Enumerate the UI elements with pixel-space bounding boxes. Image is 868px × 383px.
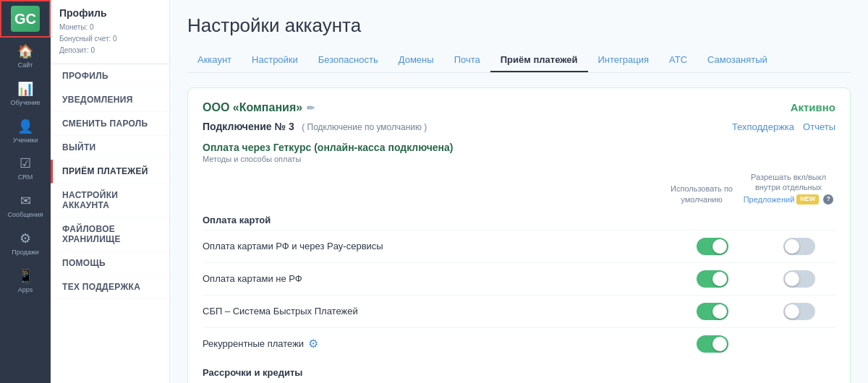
nav-help[interactable]: ПОМОЩЬ	[51, 251, 169, 275]
non-rf-allow-toggle-wrapper	[763, 270, 835, 288]
user-icon: 👤	[17, 119, 33, 134]
checkbox-icon: ☑	[20, 155, 31, 171]
rf-cards-label: Оплата картами РФ и через Pay-сервисы	[203, 241, 383, 251]
connection-sub: ( Подключение по умолчанию )	[302, 122, 427, 132]
status-badge: Активно	[791, 101, 835, 113]
payment-section-title: Оплата через Геткурс (онлайн-касса подкл…	[203, 142, 835, 153]
sidebar-item-crm[interactable]: ☑ CRM	[0, 150, 51, 187]
sbp-allow-toggle-wrapper	[763, 303, 835, 320]
col-header-default: Использовать по умолчанию	[662, 184, 741, 205]
recurring-allow-toggle-wrapper	[763, 335, 835, 353]
non-rf-allow-thumb	[785, 272, 799, 286]
page-title: Настройки аккаунта	[187, 14, 851, 37]
sidebar-label-learning: Обучение	[10, 99, 40, 107]
sidebar-label-apps: Apps	[18, 286, 33, 294]
profile-title: Профиль	[59, 7, 161, 19]
profile-bonus: Бонусный счет: 0	[59, 33, 161, 45]
sidebar-label-sales: Продажи	[12, 249, 39, 257]
tech-support-link[interactable]: Техподдержка	[732, 121, 794, 132]
nav-notifications[interactable]: УВЕДОМЛЕНИЯ	[51, 88, 169, 112]
home-icon: 🏠	[17, 43, 33, 59]
sidebar-item-sales[interactable]: ⚙ Продажи	[0, 225, 51, 262]
gear-nav-icon: ⚙	[20, 231, 31, 246]
logo-gc-badge: GC	[11, 6, 40, 32]
main-content: Настройки аккаунта Аккаунт Настройки Без…	[170, 0, 868, 383]
reports-link[interactable]: Отчеты	[803, 121, 835, 132]
non-rf-default-toggle-wrapper	[676, 270, 749, 288]
sbp-allow-thumb	[785, 304, 799, 319]
nav-account-settings[interactable]: НАСТРОЙКИ АККАУНТА	[51, 184, 169, 218]
profile-header: Профиль Монеты: 0 Бонусный счет: 0 Депоз…	[51, 0, 169, 64]
tab-account[interactable]: Аккаунт	[187, 48, 242, 72]
connection-label: Подключение № 3	[203, 121, 294, 132]
nav-logout[interactable]: ВЫЙТИ	[51, 136, 169, 160]
tab-ats[interactable]: АТС	[659, 48, 697, 72]
sbp-default-toggle-wrapper	[676, 303, 749, 320]
recurring-default-toggle[interactable]	[697, 335, 728, 353]
section-installment-label: Рассрочки и кредиты	[203, 360, 835, 382]
tab-mail[interactable]: Почта	[444, 48, 490, 72]
question-badge[interactable]: ?	[823, 194, 833, 205]
sidebar-label-site: Сайт	[18, 61, 33, 69]
sbp-default-thumb	[712, 304, 727, 319]
rf-cards-default-thumb	[712, 239, 727, 254]
rf-cards-allow-toggle[interactable]	[783, 238, 815, 255]
nav-file-storage[interactable]: ФАЙЛОВОЕ ХРАНИЛИЩЕ	[51, 218, 169, 251]
phone-icon: 📱	[17, 268, 33, 284]
sidebar-item-messages[interactable]: ✉ Сообщения	[0, 187, 51, 225]
recurring-controls	[676, 335, 835, 353]
sbp-allow-toggle[interactable]	[783, 303, 815, 320]
tab-security[interactable]: Безопасность	[308, 48, 388, 72]
payment-row-rf-cards: Оплата картами РФ и через Pay-сервисы	[203, 230, 835, 262]
company-name: ООО «Компания» ✏	[203, 101, 315, 114]
tab-payments[interactable]: Приём платежей	[490, 48, 588, 72]
non-rf-allow-toggle[interactable]	[783, 270, 815, 288]
sidebar-item-site[interactable]: 🏠 Сайт	[0, 38, 51, 75]
sidebar-item-students[interactable]: 👤 Ученики	[0, 113, 51, 150]
tabs-bar: Аккаунт Настройки Безопасность Домены По…	[187, 48, 851, 73]
non-rf-default-thumb	[712, 272, 727, 286]
sidebar-label-crm: CRM	[18, 173, 33, 181]
nav-profile[interactable]: ПРОФИЛЬ	[51, 64, 169, 88]
rf-cards-default-toggle[interactable]	[697, 238, 728, 255]
rf-cards-allow-thumb	[785, 239, 799, 254]
section-card-label: Оплата картой	[203, 207, 835, 230]
recurring-gear-icon[interactable]: ⚙	[308, 337, 318, 350]
card-header: ООО «Компания» ✏ Активно	[203, 101, 835, 114]
tab-domains[interactable]: Домены	[388, 48, 444, 72]
non-rf-controls	[676, 270, 835, 288]
payment-row-sbp: СБП – Система Быстрых Платежей	[203, 295, 835, 327]
sidebar-logo[interactable]: GC	[0, 0, 51, 38]
sidebar-item-learning[interactable]: 📊 Обучение	[0, 75, 51, 113]
nav-tech-support[interactable]: ТЕХ ПОДДЕРЖКА	[51, 275, 169, 299]
nav-change-password[interactable]: СМЕНИТЬ ПАРОЛЬ	[51, 112, 169, 136]
rf-cards-default-toggle-wrapper	[676, 238, 749, 255]
payment-row-non-rf: Оплата картами не РФ	[203, 262, 835, 295]
proposals-link[interactable]: Предложений	[744, 194, 795, 205]
rf-cards-allow-toggle-wrapper	[763, 238, 835, 255]
sbp-controls	[676, 303, 835, 320]
profile-coins: Монеты: 0	[59, 22, 161, 33]
sidebar-label-messages: Сообщения	[8, 211, 43, 219]
sidebar-label-students: Ученики	[13, 137, 38, 145]
connection-info: Подключение № 3 ( Подключение по умолчан…	[203, 120, 427, 133]
tab-selfemployed[interactable]: Самозанятый	[697, 48, 778, 72]
sidebar: GC 🏠 Сайт 📊 Обучение 👤 Ученики ☑ CRM ✉ С…	[0, 0, 51, 383]
non-rf-label: Оплата картами не РФ	[203, 273, 302, 284]
tab-settings[interactable]: Настройки	[242, 48, 308, 72]
non-rf-default-toggle[interactable]	[697, 270, 728, 288]
sbp-label: СБП – Система Быстрых Платежей	[203, 306, 358, 317]
profile-deposit: Депозит: 0	[59, 45, 161, 56]
nav-payments[interactable]: ПРИЁМ ПЛАТЕЖЕЙ	[51, 160, 169, 184]
sidebar-item-apps[interactable]: 📱 Apps	[0, 262, 51, 300]
new-badge: NEW	[796, 194, 819, 205]
recurring-allow-placeholder	[783, 335, 815, 353]
recurring-label: Рекуррентные платежи ⚙	[203, 337, 318, 350]
tab-integration[interactable]: Интеграция	[588, 48, 660, 72]
connection-links: Техподдержка Отчеты	[732, 121, 835, 132]
sbp-default-toggle[interactable]	[697, 303, 728, 320]
chart-icon: 📊	[17, 81, 33, 97]
edit-company-icon[interactable]: ✏	[307, 103, 315, 113]
col-header-allow: Разрешать вкл/выкл внутри отдельных Пред…	[741, 172, 835, 205]
payment-row-recurring: Рекуррентные платежи ⚙	[203, 327, 835, 360]
